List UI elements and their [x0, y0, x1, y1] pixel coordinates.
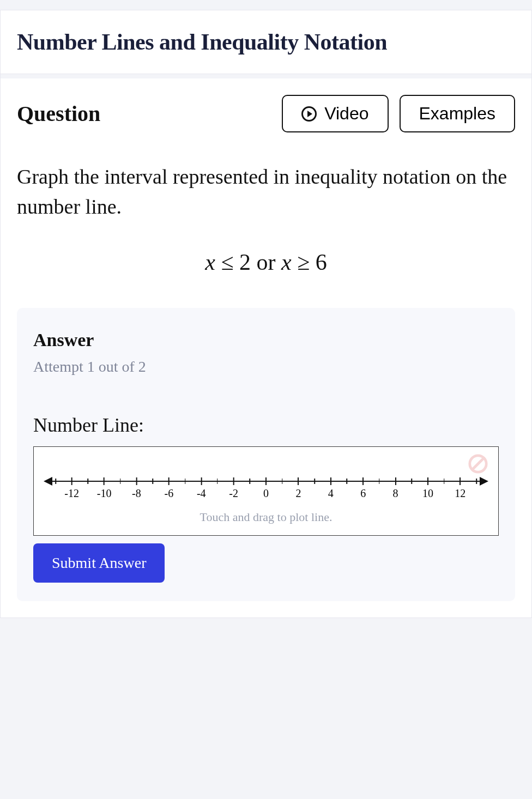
tick-label: -12	[64, 487, 79, 500]
question-prompt: Graph the interval represented in inequa…	[17, 162, 515, 222]
tick	[411, 477, 412, 484]
tick-major	[168, 477, 170, 485]
tick: 12	[455, 477, 466, 500]
tick-minor	[120, 479, 121, 484]
tick-minor	[217, 479, 218, 484]
tick-minor	[185, 479, 186, 484]
tick: 8	[393, 477, 398, 500]
video-button-label: Video	[324, 104, 368, 124]
answer-panel: Answer Attempt 1 out of 2 Number Line: -…	[17, 308, 515, 601]
tick: -6	[165, 477, 174, 500]
tick-major	[201, 477, 202, 485]
tick-minor	[476, 479, 477, 484]
tick: -4	[197, 477, 206, 500]
page-title: Number Lines and Inequality Notation	[17, 29, 515, 55]
tick-minor	[314, 479, 315, 484]
numberline-label: Number Line:	[33, 414, 499, 437]
tick-major	[362, 477, 364, 485]
tick	[476, 477, 477, 484]
tick-minor	[250, 479, 251, 484]
clear-icon[interactable]	[468, 453, 488, 474]
tick	[314, 477, 315, 484]
card-content: Question Video Examples Graph the interv…	[1, 78, 531, 618]
question-label: Question	[17, 101, 273, 126]
tick-major	[136, 477, 137, 485]
tick	[88, 477, 89, 484]
tick: 6	[360, 477, 366, 500]
tick: -10	[97, 477, 112, 500]
tick-minor	[55, 479, 56, 484]
tick	[217, 477, 218, 484]
tick-major	[265, 477, 267, 485]
inequality-expression: x ≤ 2 or x ≥ 6	[17, 249, 515, 275]
divider	[1, 74, 531, 78]
tick-label: -4	[197, 487, 206, 500]
tick: -8	[132, 477, 141, 500]
tick-major	[395, 477, 396, 485]
tick-major	[460, 477, 461, 485]
card-header: Number Lines and Inequality Notation	[1, 10, 531, 74]
tick: 0	[263, 477, 269, 500]
tick-label: 2	[295, 487, 301, 500]
examples-button[interactable]: Examples	[400, 95, 516, 132]
submit-answer-button[interactable]: Submit Answer	[33, 543, 165, 583]
tick-minor	[282, 479, 283, 484]
tick-major	[298, 477, 299, 485]
axis-arrow-right-icon	[480, 477, 488, 486]
tick	[55, 477, 56, 484]
tick-minor	[347, 479, 348, 484]
tick	[120, 477, 121, 484]
numberline-axis[interactable]: -12-10-8-6-4-2024681012	[45, 475, 487, 506]
tick-label: 0	[263, 487, 269, 500]
tick	[444, 477, 445, 484]
svg-line-1	[473, 459, 483, 469]
tick-major	[104, 477, 105, 485]
tick-label: 12	[455, 487, 466, 500]
tick-minor	[379, 479, 380, 484]
tick-label: 10	[422, 487, 433, 500]
tick-label: -2	[229, 487, 238, 500]
tick-minor	[88, 479, 89, 484]
tick-label: 8	[393, 487, 398, 500]
tick-label: 6	[360, 487, 366, 500]
tick	[347, 477, 348, 484]
tick-minor	[411, 479, 412, 484]
numberline-canvas[interactable]: -12-10-8-6-4-2024681012 Touch and drag t…	[33, 446, 499, 536]
tick	[379, 477, 380, 484]
attempt-counter: Attempt 1 out of 2	[33, 358, 499, 376]
tick-major	[233, 477, 234, 485]
tick: 4	[328, 477, 334, 500]
tick	[152, 477, 153, 484]
tick-major	[71, 477, 72, 485]
tick-minor	[444, 479, 445, 484]
lesson-card: Number Lines and Inequality Notation Que…	[0, 10, 532, 618]
tick-label: -6	[165, 487, 174, 500]
action-buttons: Video Examples	[282, 95, 515, 132]
examples-button-label: Examples	[419, 104, 496, 124]
tick: -12	[64, 477, 79, 500]
axis-arrow-left-icon	[44, 477, 52, 486]
submit-label: Submit Answer	[52, 554, 146, 571]
play-icon	[301, 106, 317, 122]
tick	[282, 477, 283, 484]
tick-minor	[152, 479, 153, 484]
tick: 2	[295, 477, 301, 500]
video-button[interactable]: Video	[282, 95, 388, 132]
question-row: Question Video Examples	[17, 95, 515, 132]
plot-hint: Touch and drag to plot line.	[45, 510, 487, 524]
tick-major	[330, 477, 331, 485]
tick-label: 4	[328, 487, 334, 500]
tick-major	[427, 477, 428, 485]
tick	[250, 477, 251, 484]
answer-heading: Answer	[33, 330, 499, 350]
tick	[185, 477, 186, 484]
tick-label: -8	[132, 487, 141, 500]
tick: -2	[229, 477, 238, 500]
tick-label: -10	[97, 487, 112, 500]
tick: 10	[422, 477, 433, 500]
